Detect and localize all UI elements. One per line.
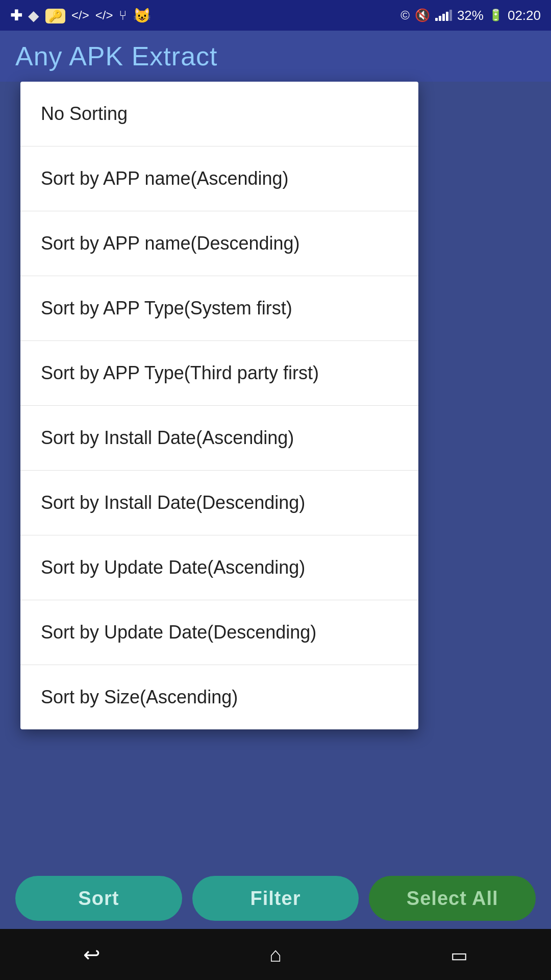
usb-icon: ⑂	[119, 8, 127, 23]
sort-item-type-third[interactable]: Sort by APP Type(Third party first)	[20, 341, 418, 406]
code-icon-2: </>	[95, 8, 113, 22]
signal-icon	[435, 10, 452, 21]
sort-item-install-asc[interactable]: Sort by Install Date(Ascending)	[20, 406, 418, 471]
sort-item-no-sorting[interactable]: No Sorting	[20, 82, 418, 146]
home-icon	[269, 943, 282, 966]
sort-item-update-desc[interactable]: Sort by Update Date(Descending)	[20, 600, 418, 665]
nav-bar	[0, 929, 551, 980]
recents-icon	[450, 943, 468, 966]
home-button[interactable]	[255, 939, 296, 970]
bottom-bar: Sort Filter Select All	[0, 868, 551, 929]
status-bar-left: ✚ ◆ 🔑 </> </> ⑂ 😺	[10, 7, 151, 24]
status-bar-right: © 🔇 32% 🔋 02:20	[400, 8, 541, 23]
sort-item-update-asc[interactable]: Sort by Update Date(Ascending)	[20, 535, 418, 600]
app-header: Any APK Extract	[0, 31, 551, 82]
status-bar: ✚ ◆ 🔑 </> </> ⑂ 😺 © 🔇 32% 🔋 02:20	[0, 0, 551, 31]
filter-button[interactable]: Filter	[192, 876, 359, 921]
code-icon-1: </>	[71, 8, 89, 22]
add-icon: ✚	[10, 7, 22, 24]
battery-icon: 🔋	[489, 9, 503, 22]
back-button[interactable]	[71, 939, 112, 970]
key-icon: 🔑	[45, 8, 65, 23]
app-title: Any APK Extract	[15, 41, 218, 71]
sort-item-type-system[interactable]: Sort by APP Type(System first)	[20, 276, 418, 341]
select-all-button[interactable]: Select All	[369, 876, 536, 921]
clock: 02:20	[508, 8, 541, 23]
battery-level: 32%	[457, 8, 484, 23]
sort-item-install-desc[interactable]: Sort by Install Date(Descending)	[20, 471, 418, 535]
app-icon-1: ◆	[28, 7, 39, 24]
sort-button[interactable]: Sort	[15, 876, 182, 921]
copyright-icon: ©	[400, 8, 410, 22]
sort-item-name-asc[interactable]: Sort by APP name(Ascending)	[20, 146, 418, 211]
mute-icon: 🔇	[415, 8, 430, 22]
recents-button[interactable]	[439, 939, 480, 970]
cat-icon: 😺	[133, 7, 151, 24]
sort-item-size-asc[interactable]: Sort by Size(Ascending)	[20, 665, 418, 729]
main-content: No SortingSort by APP name(Ascending)Sor…	[0, 82, 551, 868]
sort-item-name-desc[interactable]: Sort by APP name(Descending)	[20, 211, 418, 276]
back-icon	[83, 943, 101, 966]
sort-dropdown: No SortingSort by APP name(Ascending)Sor…	[20, 82, 418, 729]
